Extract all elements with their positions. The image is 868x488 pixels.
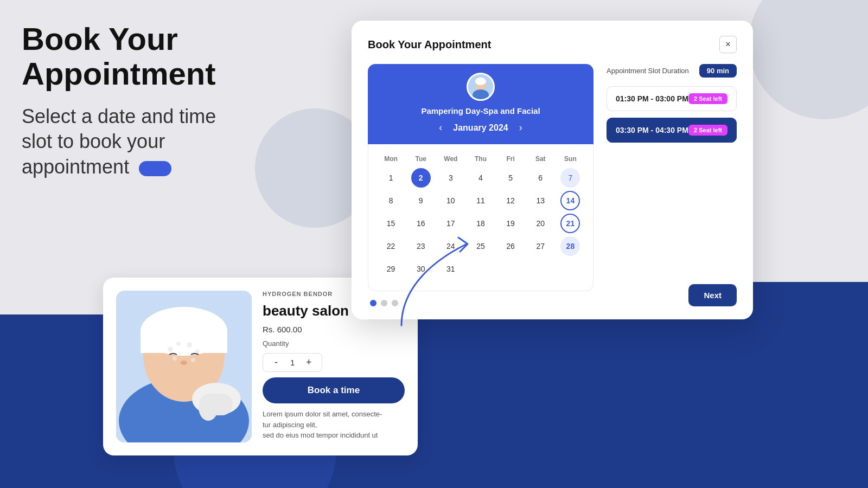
calendar-weekday-headers: Mon Tue Wed Thu Fri Sat Sun bbox=[377, 153, 584, 165]
cal-day-5[interactable]: 5 bbox=[501, 168, 520, 188]
cal-day-30[interactable]: 30 bbox=[411, 259, 431, 279]
next-month-button[interactable]: › bbox=[519, 122, 522, 133]
svg-point-7 bbox=[176, 342, 181, 346]
cal-day-11[interactable]: 11 bbox=[471, 191, 490, 210]
subtitle: Select a date and time slot to book your… bbox=[22, 104, 347, 180]
cal-day-16[interactable]: 16 bbox=[411, 214, 431, 233]
month-nav: ‹ January 2024 › bbox=[379, 122, 583, 133]
weekday-mon: Mon bbox=[377, 153, 405, 165]
cal-day-28[interactable]: 28 bbox=[560, 236, 580, 256]
cal-day-9[interactable]: 9 bbox=[411, 191, 431, 210]
weekday-sat: Sat bbox=[527, 153, 554, 165]
svg-point-10 bbox=[173, 356, 177, 361]
cal-day-24[interactable]: 24 bbox=[441, 236, 461, 256]
cal-day-15[interactable]: 15 bbox=[381, 214, 401, 233]
slots-section: Appointment Slot Duration 90 min 01:30 P… bbox=[607, 64, 737, 306]
dot-1[interactable] bbox=[370, 300, 376, 306]
left-panel: Book Your Appointment Select a date and … bbox=[22, 22, 347, 191]
cal-day-23[interactable]: 23 bbox=[411, 236, 431, 256]
main-title: Book Your Appointment bbox=[22, 22, 347, 91]
cal-day-4[interactable]: 4 bbox=[471, 168, 490, 188]
decorative-pill bbox=[139, 161, 171, 176]
cal-day-8[interactable]: 8 bbox=[381, 191, 401, 210]
quantity-plus-button[interactable]: + bbox=[303, 357, 314, 368]
svg-rect-4 bbox=[141, 331, 227, 353]
cal-day-25[interactable]: 25 bbox=[471, 236, 490, 256]
service-avatar bbox=[467, 73, 495, 101]
product-photo bbox=[116, 291, 252, 442]
svg-point-17 bbox=[475, 78, 486, 85]
cal-day-empty-4 bbox=[560, 259, 580, 279]
svg-point-6 bbox=[168, 346, 173, 352]
modal-body: Pampering Day-Spa and Facial ‹ January 2… bbox=[368, 64, 737, 306]
cal-day-29[interactable]: 29 bbox=[381, 259, 401, 279]
modal-header: Book Your Appointment × bbox=[368, 36, 737, 53]
time-slot-2[interactable]: 03:30 PM - 04:30 PM 2 Seat left bbox=[607, 118, 737, 143]
cal-day-22[interactable]: 22 bbox=[381, 236, 401, 256]
quantity-minus-button[interactable]: - bbox=[271, 357, 282, 368]
time-range-1: 01:30 PM - 03:00 PM bbox=[616, 94, 688, 103]
weekday-sun: Sun bbox=[557, 153, 584, 165]
next-button[interactable]: Next bbox=[688, 284, 737, 306]
dot-2[interactable] bbox=[381, 300, 387, 306]
seat-badge-1: 2 Seat left bbox=[688, 93, 727, 104]
quantity-label: Quantity bbox=[263, 339, 405, 348]
calendar-section: Pampering Day-Spa and Facial ‹ January 2… bbox=[368, 64, 593, 306]
prev-month-button[interactable]: ‹ bbox=[439, 122, 442, 133]
book-time-button[interactable]: Book a time bbox=[263, 377, 405, 403]
slot-duration-row: Appointment Slot Duration 90 min bbox=[607, 64, 737, 78]
svg-point-8 bbox=[187, 342, 192, 348]
weekday-thu: Thu bbox=[467, 153, 494, 165]
cal-day-14[interactable]: 14 bbox=[560, 191, 580, 210]
product-price: Rs. 600.00 bbox=[263, 325, 405, 334]
dot-3[interactable] bbox=[392, 300, 398, 306]
cal-day-13[interactable]: 13 bbox=[531, 191, 550, 210]
svg-point-11 bbox=[191, 358, 195, 362]
seat-badge-2: 2 Seat left bbox=[688, 125, 727, 136]
cal-day-7[interactable]: 7 bbox=[560, 168, 580, 188]
svg-rect-14 bbox=[200, 394, 233, 415]
weekday-wed: Wed bbox=[437, 153, 464, 165]
close-button[interactable]: × bbox=[719, 36, 737, 53]
service-name: Pampering Day-Spa and Facial bbox=[379, 106, 583, 115]
product-image-inner bbox=[116, 291, 252, 442]
month-year: January 2024 bbox=[453, 123, 508, 133]
cal-day-26[interactable]: 26 bbox=[501, 236, 520, 256]
cal-day-31[interactable]: 31 bbox=[441, 259, 461, 279]
cal-day-18[interactable]: 18 bbox=[471, 214, 490, 233]
cal-day-20[interactable]: 20 bbox=[531, 214, 550, 233]
cal-day-3[interactable]: 3 bbox=[441, 168, 461, 188]
calendar-week-5: 29 30 31 bbox=[377, 259, 584, 279]
cal-day-2[interactable]: 2 bbox=[411, 168, 431, 188]
weekday-fri: Fri bbox=[497, 153, 525, 165]
time-range-2: 03:30 PM - 04:30 PM bbox=[616, 126, 688, 134]
cal-day-empty-3 bbox=[531, 259, 550, 279]
cal-day-empty-1 bbox=[471, 259, 490, 279]
calendar-week-4: 22 23 24 25 26 27 28 bbox=[377, 236, 584, 256]
cal-day-19[interactable]: 19 bbox=[501, 214, 520, 233]
avatar-icon bbox=[468, 74, 493, 99]
duration-badge: 90 min bbox=[699, 64, 737, 78]
modal-footer: Next bbox=[607, 284, 737, 306]
svg-point-9 bbox=[195, 349, 200, 354]
calendar-week-1: 1 2 3 4 5 6 7 bbox=[377, 168, 584, 188]
cal-day-21[interactable]: 21 bbox=[560, 214, 580, 233]
cal-day-10[interactable]: 10 bbox=[441, 191, 461, 210]
time-slot-1[interactable]: 01:30 PM - 03:00 PM 2 Seat left bbox=[607, 86, 737, 111]
cal-day-12[interactable]: 12 bbox=[501, 191, 520, 210]
cal-day-6[interactable]: 6 bbox=[531, 168, 550, 188]
svg-point-5 bbox=[181, 361, 187, 365]
slot-duration-label: Appointment Slot Duration bbox=[607, 67, 689, 75]
cal-day-1[interactable]: 1 bbox=[381, 168, 401, 188]
pagination-dots bbox=[368, 300, 593, 306]
cal-day-empty-2 bbox=[501, 259, 520, 279]
calendar-week-3: 15 16 17 18 19 20 21 bbox=[377, 214, 584, 233]
calendar-week-2: 8 9 10 11 12 13 14 bbox=[377, 191, 584, 210]
cal-day-17[interactable]: 17 bbox=[441, 214, 461, 233]
product-description: Lorem ipsum dolor sit amet, consecte- tu… bbox=[263, 409, 405, 441]
appointment-modal: Book Your Appointment × Pampering Day-Sp… bbox=[352, 21, 753, 319]
calendar-grid: Mon Tue Wed Thu Fri Sat Sun 1 2 3 4 5 6 … bbox=[368, 144, 593, 291]
modal-title: Book Your Appointment bbox=[368, 38, 491, 51]
cal-day-27[interactable]: 27 bbox=[531, 236, 550, 256]
quantity-control: - 1 + bbox=[263, 353, 322, 372]
